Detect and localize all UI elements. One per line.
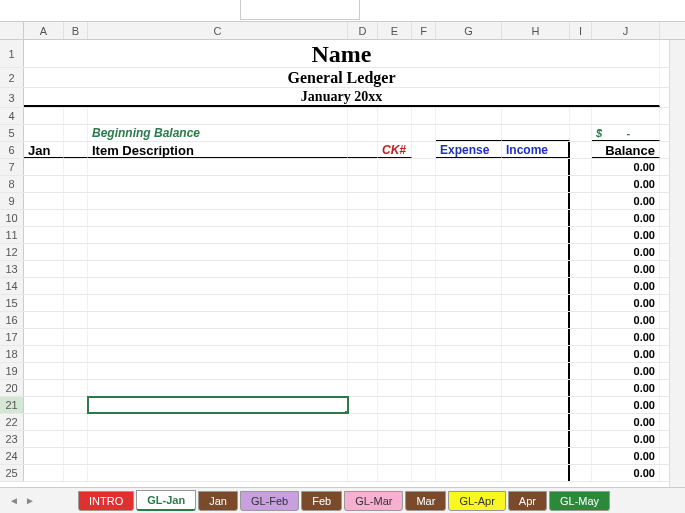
title[interactable]: Name bbox=[24, 40, 660, 67]
cell[interactable] bbox=[24, 244, 64, 260]
cell[interactable] bbox=[412, 159, 436, 175]
cell[interactable] bbox=[436, 380, 502, 396]
cell[interactable] bbox=[88, 295, 348, 311]
cell[interactable] bbox=[570, 397, 592, 413]
cell[interactable] bbox=[412, 108, 436, 124]
cell[interactable] bbox=[378, 329, 412, 345]
cell[interactable] bbox=[412, 363, 436, 379]
cell[interactable] bbox=[570, 227, 592, 243]
cell[interactable] bbox=[412, 227, 436, 243]
cell[interactable] bbox=[570, 431, 592, 447]
sheet-tab-GL-Feb[interactable]: GL-Feb bbox=[240, 491, 299, 511]
cell[interactable] bbox=[348, 448, 378, 464]
cell[interactable] bbox=[348, 210, 378, 226]
cell[interactable] bbox=[64, 278, 88, 294]
hdr-ck[interactable]: CK# bbox=[378, 142, 412, 158]
cell[interactable] bbox=[570, 346, 592, 362]
cell[interactable] bbox=[64, 295, 88, 311]
cell[interactable] bbox=[570, 380, 592, 396]
cell[interactable] bbox=[412, 312, 436, 328]
row-header[interactable]: 9 bbox=[0, 193, 24, 209]
beginning-balance-label[interactable]: Beginning Balance bbox=[88, 125, 348, 141]
row-header[interactable]: 6 bbox=[0, 142, 24, 158]
cell[interactable] bbox=[412, 431, 436, 447]
row-header[interactable]: 10 bbox=[0, 210, 24, 226]
cell[interactable] bbox=[88, 329, 348, 345]
cell[interactable] bbox=[24, 414, 64, 430]
balance-cell[interactable]: 0.00 bbox=[592, 380, 660, 396]
row-header[interactable]: 17 bbox=[0, 329, 24, 345]
cell[interactable] bbox=[348, 397, 378, 413]
row-header[interactable]: 22 bbox=[0, 414, 24, 430]
cell[interactable] bbox=[436, 397, 502, 413]
cell[interactable] bbox=[88, 176, 348, 192]
cell[interactable] bbox=[24, 227, 64, 243]
cell[interactable] bbox=[502, 346, 570, 362]
cell[interactable] bbox=[412, 346, 436, 362]
cell[interactable] bbox=[502, 431, 570, 447]
balance-cell[interactable]: 0.00 bbox=[592, 312, 660, 328]
cell[interactable] bbox=[348, 380, 378, 396]
cell[interactable] bbox=[378, 278, 412, 294]
sheet-tab-GL-Mar[interactable]: GL-Mar bbox=[344, 491, 403, 511]
cell[interactable] bbox=[64, 244, 88, 260]
cell[interactable] bbox=[502, 380, 570, 396]
cell[interactable] bbox=[436, 227, 502, 243]
cell[interactable] bbox=[570, 210, 592, 226]
cell[interactable] bbox=[64, 397, 88, 413]
sheet-tab-GL-Jan[interactable]: GL-Jan bbox=[136, 490, 196, 511]
cell[interactable] bbox=[570, 363, 592, 379]
cell[interactable] bbox=[502, 210, 570, 226]
cell[interactable] bbox=[88, 193, 348, 209]
col-header-C[interactable]: C bbox=[88, 22, 348, 39]
row-header[interactable]: 3 bbox=[0, 88, 24, 107]
cell[interactable] bbox=[412, 278, 436, 294]
cell[interactable] bbox=[348, 125, 378, 141]
hdr-expense[interactable]: Expense bbox=[436, 142, 502, 158]
cell[interactable] bbox=[64, 261, 88, 277]
cell[interactable] bbox=[64, 448, 88, 464]
cell[interactable] bbox=[570, 295, 592, 311]
cell[interactable] bbox=[348, 414, 378, 430]
sheet-tab-Jan[interactable]: Jan bbox=[198, 491, 238, 511]
cell[interactable] bbox=[348, 176, 378, 192]
balance-cell[interactable]: 0.00 bbox=[592, 397, 660, 413]
cell[interactable] bbox=[502, 312, 570, 328]
cell[interactable] bbox=[570, 244, 592, 260]
row-header[interactable]: 21 bbox=[0, 397, 24, 413]
cell[interactable] bbox=[378, 176, 412, 192]
cell[interactable] bbox=[412, 397, 436, 413]
col-header-J[interactable]: J bbox=[592, 22, 660, 39]
cell[interactable] bbox=[348, 244, 378, 260]
cell[interactable] bbox=[24, 210, 64, 226]
cell[interactable] bbox=[570, 142, 592, 158]
cell[interactable] bbox=[24, 312, 64, 328]
cell[interactable] bbox=[436, 244, 502, 260]
cell[interactable] bbox=[64, 329, 88, 345]
cell[interactable] bbox=[436, 465, 502, 481]
subtitle[interactable]: General Ledger bbox=[24, 68, 660, 87]
cell[interactable] bbox=[378, 363, 412, 379]
hdr-balance[interactable]: Balance bbox=[592, 142, 660, 158]
row-header[interactable]: 16 bbox=[0, 312, 24, 328]
row-header[interactable]: 2 bbox=[0, 68, 24, 87]
cell[interactable] bbox=[64, 210, 88, 226]
cell[interactable] bbox=[436, 329, 502, 345]
row-header[interactable]: 15 bbox=[0, 295, 24, 311]
cell[interactable] bbox=[64, 227, 88, 243]
cell[interactable] bbox=[88, 414, 348, 430]
cell[interactable] bbox=[348, 261, 378, 277]
cell[interactable] bbox=[24, 380, 64, 396]
sheet-tab-INTRO[interactable]: INTRO bbox=[78, 491, 134, 511]
cell[interactable] bbox=[348, 465, 378, 481]
cell[interactable] bbox=[378, 346, 412, 362]
hdr-month[interactable]: Jan bbox=[24, 142, 64, 158]
cell[interactable] bbox=[378, 397, 412, 413]
cell[interactable] bbox=[88, 227, 348, 243]
row-header[interactable]: 1 bbox=[0, 40, 24, 67]
cell[interactable] bbox=[412, 465, 436, 481]
sheet-tab-GL-May[interactable]: GL-May bbox=[549, 491, 610, 511]
cell[interactable] bbox=[436, 431, 502, 447]
cell[interactable] bbox=[24, 346, 64, 362]
cell[interactable] bbox=[436, 193, 502, 209]
